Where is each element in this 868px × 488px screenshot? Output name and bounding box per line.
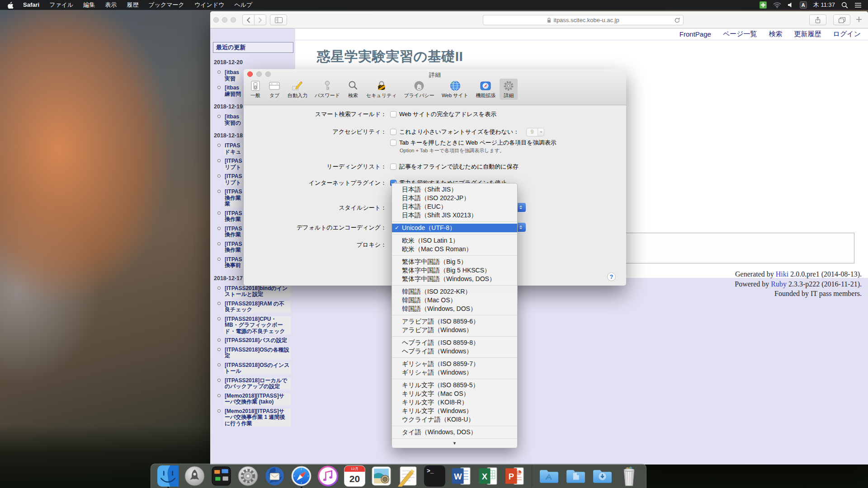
- dock-word[interactable]: W: [451, 465, 472, 487]
- menubar-item-0[interactable]: Safari: [18, 0, 44, 10]
- wiki-nav-link[interactable]: ページ一覧: [723, 30, 757, 38]
- recent-update-link[interactable]: [ITPAS 換作業: [224, 226, 243, 238]
- recent-update-link[interactable]: ITPAS ドキュ: [224, 143, 242, 155]
- recent-update-item[interactable]: [Memo2018][ITPASS]サーバ交換事作業 1 週間後に行う作業: [217, 408, 293, 427]
- dock-calendar[interactable]: 12月20: [344, 465, 365, 487]
- recent-update-link[interactable]: [ITPAS リプト: [224, 158, 243, 170]
- encoding-option[interactable]: 欧米（ISO Latin 1）: [392, 236, 517, 245]
- encoding-option[interactable]: キリル文字（Mac OS）: [392, 389, 517, 398]
- prefs-tab-passwords[interactable]: パスワード: [311, 79, 343, 100]
- encoding-option[interactable]: 日本語（Shift JIS）: [392, 185, 517, 194]
- menubar-item-5[interactable]: ブックマーク: [143, 0, 189, 10]
- prefs-tab-search[interactable]: 検索: [344, 79, 362, 100]
- font-size-select[interactable]: 9: [526, 128, 544, 136]
- prefs-tab-websites[interactable]: Web サイト: [439, 79, 472, 100]
- encoding-option[interactable]: 日本語（EUC）: [392, 202, 517, 211]
- prefs-tab-extensions[interactable]: 機能拡張: [472, 79, 499, 100]
- dock-folder-documents[interactable]: [565, 465, 586, 487]
- input-source-icon[interactable]: A: [800, 1, 807, 9]
- encoding-option[interactable]: アラビア語（ISO 8859-6）: [392, 317, 517, 326]
- encoding-option[interactable]: 日本語（Shift JIS X0213）: [392, 211, 517, 220]
- smart-search-checkbox[interactable]: [390, 111, 396, 117]
- address-bar[interactable]: itpass.scitec.kobe-u.ac.jp: [483, 15, 684, 25]
- wiki-nav-link[interactable]: 検索: [769, 30, 783, 38]
- recent-update-link[interactable]: [itbas 実習の: [224, 114, 242, 126]
- recent-update-link[interactable]: [Memo2018][ITPASS]サーバ交換事作業 1 週間後に行う作業: [224, 408, 291, 427]
- footer-link[interactable]: Ruby: [771, 280, 787, 288]
- dock-photos[interactable]: [371, 465, 392, 487]
- encoding-option[interactable]: キリル文字（KOI8-R）: [392, 398, 517, 407]
- menubar-item-3[interactable]: 表示: [100, 0, 122, 10]
- prefs-tab-autofill[interactable]: 自動入力: [284, 79, 311, 100]
- recent-update-link[interactable]: [ITPAS 換作業: [224, 211, 243, 223]
- dock-folder-downloads[interactable]: [592, 465, 613, 487]
- dock-powerpoint[interactable]: P: [504, 465, 525, 487]
- min-font-size-checkbox[interactable]: [390, 129, 396, 135]
- wiki-nav-link[interactable]: 更新履歴: [794, 30, 821, 38]
- forward-button[interactable]: [254, 14, 266, 25]
- dock-system-preferences[interactable]: [237, 465, 259, 487]
- recent-update-link[interactable]: [ITPAS 換作業: [224, 241, 243, 253]
- encoding-option[interactable]: 韓国語（ISO 2022-KR）: [392, 287, 517, 296]
- help-button[interactable]: ?: [607, 272, 616, 281]
- dock-safari[interactable]: [291, 465, 312, 487]
- encoding-option[interactable]: キリル文字（Windows）: [392, 407, 517, 415]
- encoding-option[interactable]: 繁体字中国語（Windows, DOS）: [392, 275, 517, 283]
- volume-icon[interactable]: [788, 2, 793, 8]
- reading-list-checkbox[interactable]: [390, 164, 396, 170]
- wifi-icon[interactable]: [773, 2, 781, 8]
- prefs-tab-security[interactable]: セキュリティ: [363, 79, 400, 100]
- encoding-option[interactable]: 韓国語（Mac OS）: [392, 296, 517, 305]
- encoding-option[interactable]: 繁体字中国語（Big 5 HKSCS）: [392, 266, 517, 275]
- zoom-window-button[interactable]: [231, 17, 236, 23]
- recent-update-link[interactable]: [ITPASS2018]OSのインストール: [224, 362, 291, 375]
- encoding-option[interactable]: 繁体字中国語（Big 5）: [392, 258, 517, 266]
- wiki-nav-link[interactable]: FrontPage: [679, 30, 711, 38]
- dock-trash[interactable]: [618, 465, 640, 487]
- tab-overview-button[interactable]: [833, 14, 850, 25]
- encoding-option[interactable]: ヘブライ語（ISO 8859-8）: [392, 338, 517, 347]
- minimize-window-button[interactable]: [222, 17, 227, 23]
- prefs-tab-tabs[interactable]: タブ: [265, 79, 283, 100]
- encoding-option[interactable]: ✓Unicode（UTF-8）: [392, 224, 517, 232]
- recent-update-item[interactable]: [ITPASS2018]RAM の不良チェック: [217, 301, 293, 313]
- footer-link[interactable]: Hiki: [776, 270, 788, 278]
- encoding-option[interactable]: ギリシャ語（ISO 8859-7）: [392, 360, 517, 368]
- recent-update-item[interactable]: [ITPASS2018]OSのインストール: [217, 362, 293, 375]
- prefs-tab-privacy[interactable]: プライバシー: [401, 79, 438, 100]
- recent-update-item[interactable]: [ITPASS2018]OSの各種設定: [217, 347, 293, 359]
- recent-update-item[interactable]: [ITPASS2018]パスの設定: [217, 338, 293, 344]
- sidebar-toggle-button[interactable]: [270, 14, 287, 25]
- recent-update-item[interactable]: [Memo2018][ITPASS]サーバ交換作業 (tako): [217, 393, 293, 405]
- menubar-item-6[interactable]: ウインドウ: [189, 0, 230, 10]
- apple-menu-icon[interactable]: [0, 1, 18, 9]
- recent-update-link[interactable]: [Memo2018][ITPASS]サーバ交換作業 (tako): [224, 393, 291, 405]
- menubar-item-2[interactable]: 編集: [78, 0, 100, 10]
- green-status-icon[interactable]: [760, 1, 767, 9]
- menu-scroll-down-indicator[interactable]: ▼: [392, 441, 517, 446]
- menubar-item-4[interactable]: 履歴: [122, 0, 143, 10]
- encoding-option[interactable]: キリル文字（ISO 8859-5）: [392, 381, 517, 389]
- recent-update-item[interactable]: [ITPASS2018]ローカルでのバックアップの設定: [217, 378, 293, 390]
- encoding-option[interactable]: アラビア語（Windows）: [392, 326, 517, 334]
- encoding-option[interactable]: 欧米（Mac OS Roman）: [392, 245, 517, 253]
- recent-update-link[interactable]: [ITPAS リプト: [224, 174, 243, 186]
- dock-terminal[interactable]: >_: [424, 465, 445, 487]
- dock-mission-control[interactable]: [211, 465, 232, 487]
- encoding-option[interactable]: ウクライナ語（KOI8-U）: [392, 415, 517, 424]
- reload-icon[interactable]: [674, 17, 680, 25]
- recent-update-link[interactable]: [ITPASS2018]RAM の不良チェック: [224, 301, 291, 313]
- encoding-option[interactable]: 日本語（ISO 2022-JP）: [392, 194, 517, 202]
- recent-update-item[interactable]: [ITPASS2018]CPU・MB・グラフィックボード・電源の不良チェック: [217, 316, 293, 335]
- dock-notes[interactable]: [397, 465, 419, 487]
- dock-finder[interactable]: [157, 465, 179, 487]
- recent-update-link[interactable]: [ITPASS2018]パスの設定: [224, 338, 288, 344]
- encoding-option[interactable]: ギリシャ語（Windows）: [392, 368, 517, 377]
- encoding-option[interactable]: タイ語（Windows, DOS）: [392, 428, 517, 436]
- spotlight-search-icon[interactable]: [841, 2, 848, 9]
- encoding-option[interactable]: 韓国語（Windows, DOS）: [392, 305, 517, 313]
- notification-center-icon[interactable]: [854, 2, 862, 8]
- new-tab-icon[interactable]: [856, 16, 862, 24]
- recent-update-link[interactable]: [itbas 実習: [224, 70, 240, 82]
- recent-update-link[interactable]: [ITPASS2018]CPU・MB・グラフィックボード・電源の不良チェック: [224, 316, 291, 335]
